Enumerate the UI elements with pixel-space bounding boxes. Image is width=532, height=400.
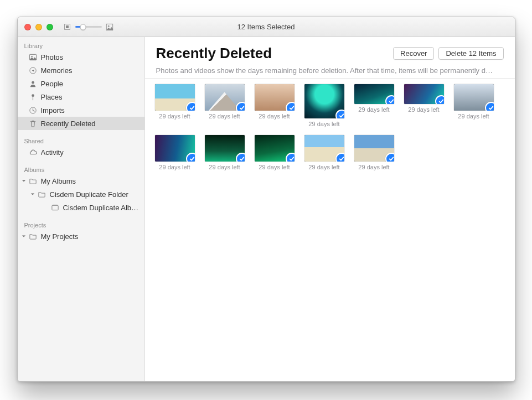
sidebar-item-label: Recently Deleted — [41, 120, 140, 128]
thumbnail-image[interactable] — [404, 84, 444, 104]
photos-app-window: 12 Items Selected Library Photos Memorie… — [17, 17, 515, 382]
svg-point-3 — [107, 25, 109, 27]
days-left-label: 29 days left — [408, 106, 439, 113]
days-left-label: 29 days left — [259, 113, 290, 120]
sidebar-item-label: Places — [41, 93, 140, 101]
thumbnail-item[interactable]: 29 days left — [304, 84, 344, 127]
sidebar-item-people[interactable]: People — [18, 77, 144, 90]
sidebar-item-activity[interactable]: Activity — [18, 146, 144, 159]
thumbnail-item[interactable]: 29 days left — [155, 84, 195, 127]
minimize-window-button[interactable] — [35, 24, 42, 30]
section-header-shared: Shared — [18, 136, 144, 146]
main-header: Recently Deleted Recover Delete 12 Items — [145, 37, 515, 66]
sidebar-item-my-albums[interactable]: My Albums — [18, 174, 144, 188]
trash-icon — [29, 119, 38, 128]
sidebar-item-label: Photos — [41, 53, 140, 61]
thumbnail-image[interactable] — [354, 135, 394, 162]
section-header-albums: Albums — [18, 164, 144, 174]
sidebar-item-my-projects[interactable]: My Projects — [18, 230, 144, 243]
thumbnail-item[interactable]: 29 days left — [404, 84, 444, 127]
sidebar-item-memories[interactable]: Memories — [18, 64, 144, 77]
sidebar-item-cisdem-duplicate-folder[interactable]: Cisdem Duplicate Folder — [18, 188, 144, 201]
svg-rect-1 — [66, 25, 69, 28]
thumbnail-image[interactable] — [255, 135, 295, 162]
album-icon — [51, 203, 60, 212]
sidebar-item-photos[interactable]: Photos — [18, 50, 144, 64]
sidebar-item-label: Activity — [41, 148, 140, 157]
sidebar-item-recently-deleted[interactable]: Recently Deleted — [18, 117, 144, 130]
thumbnail-item[interactable]: 29 days left — [255, 84, 295, 127]
sidebar-item-label: People — [41, 80, 140, 88]
thumbnail-item[interactable]: 29 days left — [205, 135, 245, 170]
thumbnail-item[interactable]: 29 days left — [155, 135, 195, 170]
days-left-label: 29 days left — [159, 164, 190, 170]
thumbnail-item[interactable]: 29 days left — [304, 135, 344, 170]
thumbnail-image[interactable] — [155, 135, 195, 162]
imports-icon — [29, 106, 38, 115]
people-icon — [29, 79, 38, 88]
days-left-label: 29 days left — [358, 106, 389, 113]
titlebar-tools — [63, 23, 114, 32]
thumbnail-size-slider[interactable] — [75, 26, 102, 28]
thumbnail-image[interactable] — [304, 135, 344, 162]
window-controls — [18, 24, 53, 30]
sidebar: Library Photos Memories People Places Im… — [18, 37, 145, 381]
sidebar-item-places[interactable]: Places — [18, 90, 144, 103]
sidebar-item-label: My Projects — [41, 232, 140, 241]
days-left-label: 29 days left — [159, 113, 190, 120]
sidebar-item-label: Cisdem Duplicate Folder — [50, 190, 140, 199]
sidebar-item-cisdem-duplicate-album[interactable]: Cisdem Duplicate Album — [18, 201, 144, 214]
section-header-library: Library — [18, 40, 144, 50]
svg-rect-12 — [53, 204, 57, 205]
folder-icon — [29, 232, 38, 241]
thumbnail-image[interactable] — [304, 84, 344, 118]
sidebar-item-label: My Albums — [41, 177, 140, 185]
thumbnail-item[interactable]: 29 days left — [255, 135, 295, 170]
days-left-label: 29 days left — [209, 113, 240, 120]
disclosure-triangle-icon[interactable] — [30, 192, 35, 196]
thumbnail-item[interactable]: 29 days left — [354, 84, 394, 127]
recover-button[interactable]: Recover — [393, 47, 434, 60]
sidebar-item-imports[interactable]: Imports — [18, 103, 144, 117]
disclosure-triangle-icon[interactable] — [21, 179, 27, 183]
thumbnail-image[interactable] — [454, 84, 494, 111]
thumbnail-item[interactable]: 29 days left — [354, 135, 394, 170]
days-left-label: 29 days left — [358, 164, 389, 170]
page-title: Recently Deleted — [156, 45, 389, 62]
delete-items-button[interactable]: Delete 12 Items — [438, 47, 503, 60]
thumbnail-image[interactable] — [354, 84, 394, 104]
thumbnail-image[interactable] — [155, 84, 195, 111]
slider-thumb[interactable] — [80, 24, 86, 30]
close-window-button[interactable] — [24, 24, 31, 30]
window-body: Library Photos Memories People Places Im… — [18, 37, 515, 381]
cloud-icon — [29, 148, 38, 157]
svg-rect-11 — [52, 205, 58, 210]
thumbnail-image[interactable] — [205, 135, 245, 162]
svg-rect-9 — [33, 96, 33, 100]
thumbnail-image[interactable] — [255, 84, 295, 111]
thumbnail-image[interactable] — [205, 84, 245, 111]
thumbnail-item[interactable]: 29 days left — [205, 84, 245, 127]
places-icon — [29, 92, 38, 101]
sidebar-item-label: Cisdem Duplicate Album — [63, 204, 140, 212]
main-content: Recently Deleted Recover Delete 12 Items… — [145, 37, 515, 381]
thumbnail-large-icon[interactable] — [105, 23, 114, 32]
sidebar-item-label: Imports — [41, 106, 140, 115]
memories-icon — [29, 66, 38, 75]
disclosure-triangle-icon[interactable] — [21, 234, 27, 238]
svg-point-7 — [32, 81, 34, 84]
days-left-label: 29 days left — [259, 164, 290, 170]
days-left-label: 29 days left — [458, 113, 489, 120]
zoom-window-button[interactable] — [47, 24, 53, 30]
thumbnail-grid: 29 days left29 days left29 days left29 d… — [145, 84, 515, 179]
sidebar-item-label: Memories — [41, 66, 140, 75]
svg-point-5 — [31, 55, 32, 56]
section-header-projects: Projects — [18, 220, 144, 230]
photos-icon — [29, 53, 38, 61]
folder-icon — [38, 190, 47, 199]
thumbnail-small-icon[interactable] — [63, 23, 72, 32]
days-left-label: 29 days left — [308, 164, 339, 170]
days-left-label: 29 days left — [209, 164, 240, 170]
days-left-label: 29 days left — [308, 121, 339, 127]
thumbnail-item[interactable]: 29 days left — [454, 84, 494, 127]
